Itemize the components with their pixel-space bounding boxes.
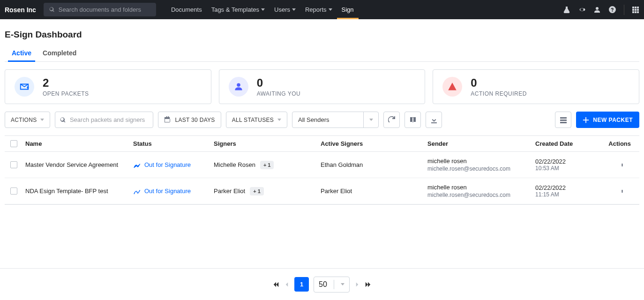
actions-dropdown[interactable]: ACTIONS — [5, 112, 50, 128]
pagination-last[interactable] — [365, 281, 371, 288]
view-toggle-button[interactable] — [555, 112, 571, 128]
th-sender: Sender — [427, 140, 535, 147]
created-time: 10:53 AM — [535, 165, 603, 172]
th-signers: Signers — [214, 140, 321, 147]
page-title: E-Sign Dashboard — [5, 30, 639, 40]
created-time: 11:15 AM — [535, 191, 603, 198]
cell-name: NDA Esign Template- BFP test — [25, 188, 133, 195]
tabs: Active Completed — [5, 46, 639, 62]
action-value: 0 — [471, 76, 527, 90]
signer-extra-badge: + 1 — [250, 187, 264, 195]
sender-email: michelle.rosen@securedocs.com — [427, 165, 535, 172]
apps-icon[interactable] — [632, 6, 639, 14]
row-checkbox[interactable] — [10, 188, 17, 195]
th-active-signers: Active Signers — [321, 140, 427, 147]
nav-sign[interactable]: Sign — [337, 0, 359, 19]
global-search[interactable] — [44, 3, 156, 16]
pagination-first[interactable] — [273, 281, 279, 288]
plus-icon — [583, 117, 589, 123]
chevron-down-icon — [261, 8, 265, 11]
chevron-down-icon — [292, 8, 296, 11]
nav-tags-templates[interactable]: Tags & Templates — [207, 0, 270, 19]
signature-icon — [133, 161, 141, 169]
labs-icon[interactable] — [563, 6, 570, 14]
topbar: Rosen Inc Documents Tags & Templates Use… — [0, 0, 644, 19]
signer-name: Michelle Rosen — [214, 161, 255, 168]
nav-users[interactable]: Users — [270, 0, 300, 19]
th-name[interactable]: Name — [25, 140, 133, 147]
row-actions-menu[interactable] — [616, 187, 627, 195]
card-action-required[interactable]: 0 ACTION REQUIRED — [433, 69, 639, 104]
chevron-down-icon — [369, 119, 373, 121]
date-filter[interactable]: LAST 30 DAYS — [158, 112, 221, 128]
sender-email: michelle.rosen@securedocs.com — [427, 192, 535, 198]
chevron-down-icon — [277, 119, 281, 121]
refresh-button[interactable] — [383, 112, 400, 128]
warning-icon — [442, 77, 462, 97]
search-icon — [60, 117, 66, 123]
user-icon[interactable] — [593, 6, 601, 14]
list-view-icon — [560, 116, 567, 124]
card-awaiting-you[interactable]: 0 AWAITING YOU — [219, 69, 426, 104]
status-text: Out for Signature — [144, 161, 191, 168]
global-search-input[interactable] — [59, 6, 150, 13]
svg-rect-6 — [632, 11, 634, 13]
table-row[interactable]: Master Vendor Service Agreement Out for … — [5, 152, 639, 178]
sender-name: michelle rosen — [427, 184, 535, 191]
pagination-next[interactable] — [354, 282, 360, 287]
chevron-down-icon — [40, 119, 44, 121]
table-header: Name Status Signers Active Signers Sende… — [5, 136, 639, 152]
contacts-button[interactable] — [404, 112, 421, 128]
svg-rect-0 — [632, 7, 634, 8]
svg-rect-11 — [560, 122, 567, 123]
svg-rect-7 — [635, 11, 637, 13]
pagination-current[interactable]: 1 — [294, 277, 309, 292]
packets-table: Name Status Signers Active Signers Sende… — [5, 135, 639, 205]
svg-rect-10 — [560, 120, 567, 121]
nav-reports[interactable]: Reports — [300, 0, 337, 19]
svg-rect-9 — [560, 117, 567, 119]
svg-rect-4 — [635, 9, 637, 11]
cell-name: Master Vendor Service Agreement — [25, 161, 133, 168]
refresh-icon — [388, 116, 396, 124]
status-filter[interactable]: ALL STATUSES — [226, 112, 287, 128]
envelope-up-icon — [15, 77, 34, 97]
chevron-down-icon — [329, 8, 332, 11]
gear-icon[interactable] — [578, 6, 586, 14]
th-status: Status — [133, 140, 214, 147]
awaiting-label: AWAITING YOU — [257, 90, 301, 97]
pagination: 1 50 — [0, 268, 644, 300]
select-all-checkbox[interactable] — [10, 140, 17, 147]
th-created[interactable]: Created Date — [535, 140, 603, 147]
help-icon[interactable] — [608, 6, 616, 14]
row-checkbox[interactable] — [10, 161, 17, 168]
sender-filter[interactable]: All Senders — [292, 112, 379, 128]
created-date: 02/22/2022 — [535, 184, 603, 191]
tab-completed[interactable]: Completed — [43, 46, 76, 61]
search-icon — [49, 7, 55, 13]
tab-active[interactable]: Active — [12, 46, 31, 61]
packet-search-input[interactable] — [70, 116, 149, 123]
svg-rect-3 — [632, 9, 634, 11]
new-packet-button[interactable]: NEW PACKET — [576, 112, 639, 128]
page-size-select[interactable]: 50 — [314, 277, 350, 292]
download-button[interactable] — [426, 112, 442, 128]
row-actions-menu[interactable] — [616, 161, 627, 169]
active-signer: Ethan Goldman — [321, 161, 427, 168]
brand: Rosen Inc — [5, 6, 36, 14]
divider — [624, 5, 624, 15]
card-open-packets[interactable]: 2 OPEN PACKETS — [5, 69, 211, 104]
chevron-down-icon — [341, 283, 344, 285]
signer-extra-badge: + 1 — [260, 161, 274, 169]
svg-rect-1 — [635, 7, 637, 8]
download-icon — [430, 116, 438, 124]
pagination-prev[interactable] — [284, 282, 290, 287]
packet-search[interactable] — [55, 112, 153, 128]
table-row[interactable]: NDA Esign Template- BFP test Out for Sig… — [5, 178, 639, 204]
awaiting-value: 0 — [257, 76, 301, 90]
svg-rect-8 — [637, 11, 639, 13]
calendar-icon — [164, 116, 171, 123]
nav-documents[interactable]: Documents — [166, 0, 207, 19]
book-icon — [409, 116, 417, 124]
created-date: 02/22/2022 — [535, 158, 603, 165]
